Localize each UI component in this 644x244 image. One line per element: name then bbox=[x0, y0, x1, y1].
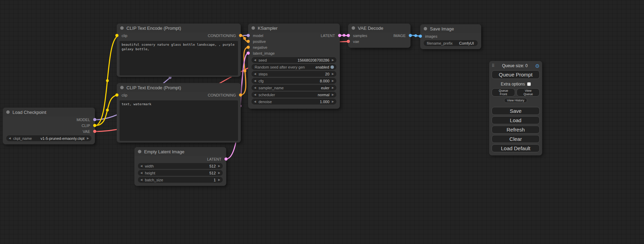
widget-denoise[interactable]: ◀ denoise 1.000 ▶ bbox=[252, 99, 336, 105]
increment-arrow-icon[interactable]: ▶ bbox=[332, 87, 334, 89]
prompt-text-area[interactable]: text, watermark bbox=[120, 100, 238, 141]
decrement-arrow-icon[interactable]: ◀ bbox=[254, 73, 256, 75]
drag-handle-icon[interactable]: ⠿ bbox=[492, 63, 495, 68]
conditioning-slot-dot[interactable] bbox=[239, 93, 242, 97]
decrement-arrow-icon[interactable]: ◀ bbox=[140, 172, 142, 174]
increment-arrow-icon[interactable]: ▶ bbox=[332, 59, 334, 62]
widget-random-seed-toggle[interactable]: Random seed after every gen enabled bbox=[252, 64, 336, 70]
toggle-knob-icon[interactable] bbox=[330, 65, 334, 69]
node-header[interactable]: Save Image bbox=[420, 24, 481, 33]
conditioning-slot-dot[interactable] bbox=[247, 40, 250, 43]
node-header[interactable]: Empty Latent Image bbox=[134, 147, 226, 156]
increment-arrow-icon[interactable]: ▶ bbox=[218, 165, 220, 168]
decrement-arrow-icon[interactable]: ◀ bbox=[254, 93, 256, 96]
increment-arrow-icon[interactable]: ▶ bbox=[332, 80, 334, 82]
vae-slot-dot[interactable] bbox=[347, 40, 350, 43]
load-button[interactable]: Load bbox=[492, 116, 540, 124]
increment-arrow-icon[interactable]: ▶ bbox=[332, 100, 334, 103]
settings-gear-icon[interactable]: ⚙ bbox=[535, 63, 540, 69]
widget-batch-size[interactable]: ◀ batch_size 1 ▶ bbox=[138, 177, 223, 183]
input-slot-positive[interactable]: positive bbox=[248, 38, 266, 44]
node-graph-canvas[interactable]: Load Checkpoint MODEL CLIP VAE ◀ ckpt_na… bbox=[0, 0, 644, 244]
widget-cfg[interactable]: ◀ cfg 8.000 ▶ bbox=[252, 78, 336, 84]
model-slot-dot[interactable] bbox=[247, 34, 250, 37]
widget-sampler-name[interactable]: ◀ sampler_name euler ▶ bbox=[252, 85, 336, 91]
node-status-dot[interactable] bbox=[6, 110, 10, 114]
node-load-checkpoint[interactable]: Load Checkpoint MODEL CLIP VAE ◀ ckpt_na… bbox=[3, 108, 95, 144]
queue-menu-panel[interactable]: ⠿ Queue size: 0 ⚙ Queue Prompt Extra opt… bbox=[489, 61, 542, 155]
output-slot-latent[interactable]: LATENT bbox=[207, 156, 226, 162]
latent-slot-dot[interactable] bbox=[247, 52, 250, 55]
view-history-button[interactable]: View History bbox=[504, 98, 528, 103]
save-button[interactable]: Save bbox=[492, 107, 540, 115]
node-header[interactable]: VAE Decode bbox=[348, 24, 411, 33]
node-ksampler[interactable]: KSampler model LATENT positive negative bbox=[248, 24, 340, 109]
decrement-arrow-icon[interactable]: ◀ bbox=[9, 137, 11, 140]
extra-options-checkbox[interactable] bbox=[527, 82, 531, 86]
output-slot-conditioning[interactable]: CONDITIONING bbox=[208, 92, 241, 98]
image-slot-dot[interactable] bbox=[419, 35, 422, 38]
conditioning-slot-dot[interactable] bbox=[239, 34, 242, 37]
node-status-dot[interactable] bbox=[252, 26, 255, 30]
node-header[interactable]: CLIP Text Encode (Prompt) bbox=[117, 24, 241, 33]
node-status-dot[interactable] bbox=[424, 27, 427, 30]
widget-width[interactable]: ◀ width 512 ▶ bbox=[138, 163, 223, 169]
input-slot-model[interactable]: model bbox=[248, 33, 263, 38]
decrement-arrow-icon[interactable]: ◀ bbox=[254, 100, 256, 103]
input-slot-negative[interactable]: negative bbox=[248, 44, 267, 50]
clip-slot-dot[interactable] bbox=[115, 34, 118, 37]
input-slot-clip[interactable]: clip bbox=[117, 92, 127, 98]
node-save-image[interactable]: Save Image images filename_prefix ComfyU… bbox=[420, 24, 481, 49]
widget-filename-prefix[interactable]: filename_prefix ComfyUI bbox=[424, 40, 478, 46]
decrement-arrow-icon[interactable]: ◀ bbox=[254, 80, 256, 82]
increment-arrow-icon[interactable]: ▶ bbox=[218, 179, 220, 181]
node-status-dot[interactable] bbox=[120, 86, 124, 89]
widget-steps[interactable]: ◀ steps 20 ▶ bbox=[252, 71, 336, 77]
latent-slot-dot[interactable] bbox=[338, 34, 341, 37]
view-queue-button[interactable]: View Queue bbox=[517, 88, 540, 97]
input-slot-vae[interactable]: vae bbox=[348, 38, 359, 44]
node-status-dot[interactable] bbox=[120, 26, 124, 30]
queue-front-button[interactable]: Queue Front bbox=[492, 88, 515, 97]
increment-arrow-icon[interactable]: ▶ bbox=[332, 73, 334, 75]
clip-slot-dot[interactable] bbox=[115, 93, 118, 97]
model-slot-dot[interactable] bbox=[93, 118, 96, 121]
node-status-dot[interactable] bbox=[352, 26, 355, 30]
node-clip-text-encode-positive[interactable]: CLIP Text Encode (Prompt) clip CONDITION… bbox=[117, 24, 241, 77]
node-vae-decode[interactable]: VAE Decode samples IMAGE vae bbox=[348, 24, 411, 48]
input-slot-clip[interactable]: clip bbox=[117, 33, 127, 38]
increment-arrow-icon[interactable]: ▶ bbox=[218, 172, 220, 174]
node-header[interactable]: KSampler bbox=[248, 24, 340, 33]
vae-slot-dot[interactable] bbox=[93, 130, 96, 133]
conditioning-slot-dot[interactable] bbox=[247, 46, 250, 49]
increment-arrow-icon[interactable]: ▶ bbox=[87, 137, 89, 140]
node-header[interactable]: CLIP Text Encode (Prompt) bbox=[117, 83, 241, 92]
queue-prompt-button[interactable]: Queue Prompt bbox=[492, 70, 540, 79]
widget-ckpt-name[interactable]: ◀ ckpt_name v1-5-pruned-emaonly.ckpt ▶ bbox=[6, 135, 91, 141]
input-slot-latent-image[interactable]: latent_image bbox=[248, 50, 275, 56]
widget-seed[interactable]: ◀ seed 156680208700286 ▶ bbox=[252, 57, 336, 63]
decrement-arrow-icon[interactable]: ◀ bbox=[140, 179, 142, 181]
widget-scheduler[interactable]: ◀ scheduler normal ▶ bbox=[252, 92, 336, 98]
output-slot-clip[interactable]: CLIP bbox=[82, 123, 95, 128]
output-slot-model[interactable]: MODEL bbox=[77, 117, 95, 123]
output-slot-image[interactable]: IMAGE bbox=[394, 33, 411, 38]
output-slot-vae[interactable]: VAE bbox=[83, 128, 95, 134]
prompt-text-area[interactable]: beautiful scenery nature glass bottle la… bbox=[120, 41, 238, 75]
node-status-dot[interactable] bbox=[138, 150, 141, 153]
output-slot-conditioning[interactable]: CONDITIONING bbox=[208, 33, 241, 38]
input-slot-images[interactable]: images bbox=[420, 33, 437, 39]
node-header[interactable]: Load Checkpoint bbox=[3, 108, 95, 117]
image-slot-dot[interactable] bbox=[409, 34, 412, 37]
latent-slot-dot[interactable] bbox=[347, 34, 350, 37]
decrement-arrow-icon[interactable]: ◀ bbox=[254, 87, 256, 89]
output-slot-latent[interactable]: LATENT bbox=[321, 33, 340, 38]
decrement-arrow-icon[interactable]: ◀ bbox=[140, 165, 142, 168]
latent-slot-dot[interactable] bbox=[224, 157, 228, 161]
increment-arrow-icon[interactable]: ▶ bbox=[332, 93, 334, 96]
clear-button[interactable]: Clear bbox=[492, 135, 540, 143]
input-slot-samples[interactable]: samples bbox=[348, 33, 367, 38]
decrement-arrow-icon[interactable]: ◀ bbox=[254, 59, 256, 62]
load-default-button[interactable]: Load Default bbox=[492, 144, 540, 152]
node-clip-text-encode-negative[interactable]: CLIP Text Encode (Prompt) clip CONDITION… bbox=[117, 83, 241, 143]
